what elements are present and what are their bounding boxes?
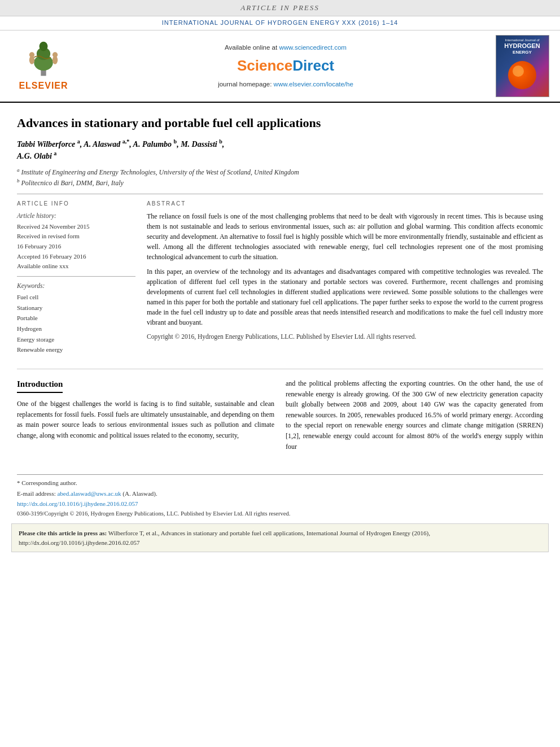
received-date: Received 24 November 2015	[17, 222, 135, 232]
article-in-press-banner: ARTICLE IN PRESS	[0, 0, 560, 16]
introduction-left-text: One of the biggest challenges the world …	[17, 399, 274, 440]
issn-line: 0360-3199/Copyright © 2016, Hydrogen Ene…	[17, 510, 543, 518]
abstract-column: ABSTRACT The reliance on fossil fuels is…	[147, 200, 543, 360]
introduction-right: and the political problems affecting the…	[286, 378, 543, 452]
journal-cover-graphic	[508, 61, 536, 89]
sciencedirect-url[interactable]: www.sciencedirect.com	[279, 44, 347, 51]
svg-point-3	[40, 42, 48, 51]
article-title: Advances in stationary and portable fuel…	[17, 115, 543, 132]
received-revised-date: 16 February 2016	[17, 242, 135, 252]
citation-box: Please cite this article in press as: Wi…	[11, 523, 549, 552]
elsevier-logo: ELSEVIER	[19, 39, 68, 92]
elsevier-text: ELSEVIER	[19, 80, 68, 92]
keywords-section: Keywords: Fuel cell Stationary Portable …	[17, 281, 135, 355]
keyword-stationary: Stationary	[17, 303, 135, 313]
introduction-left: Introduction One of the biggest challeng…	[17, 378, 274, 452]
sciencedirect-info: Available online at www.sciencedirect.co…	[86, 35, 485, 97]
journal-homepage: journal homepage: www.elsevier.com/locat…	[218, 80, 353, 89]
received-revised-label: Received in revised form	[17, 231, 135, 242]
section-separator	[17, 369, 543, 369]
elsevier-tree-icon	[21, 39, 66, 78]
introduction-section: Introduction One of the biggest challeng…	[17, 378, 543, 463]
svg-point-5	[29, 53, 34, 58]
svg-point-7	[53, 53, 58, 58]
keyword-energy-storage: Energy storage	[17, 334, 135, 345]
sciencedirect-logo: ScienceDirect	[237, 55, 334, 76]
science-text: Science	[237, 57, 292, 74]
available-online: Available online xxx	[17, 261, 135, 272]
keyword-fuel-cell: Fuel cell	[17, 292, 135, 303]
keyword-hydrogen: Hydrogen	[17, 324, 135, 334]
keyword-portable: Portable	[17, 313, 135, 324]
elsevier-logo-area: ELSEVIER	[7, 35, 80, 97]
keyword-renewable-energy: Renewable energy	[17, 344, 135, 355]
accepted-date: Accepted 16 February 2016	[17, 252, 135, 262]
article-info-column: ARTICLE INFO Article history: Received 2…	[17, 200, 135, 360]
journal-cover-area: International Journal of HYDROGEN ENERGY	[491, 35, 553, 97]
journal-homepage-url[interactable]: www.elsevier.com/locate/he	[274, 81, 353, 88]
corresponding-author-note: * Corresponding author.	[17, 478, 543, 488]
affiliations: a Institute of Engineering and Energy Te…	[17, 167, 543, 188]
direct-text: Direct	[292, 57, 334, 74]
abstract-paragraph-2: In this paper, an overview of the techno…	[147, 267, 543, 327]
divider-affiliations	[17, 194, 543, 194]
main-content: Advances in stationary and portable fuel…	[0, 103, 560, 469]
journal-header: ELSEVIER Available online at www.science…	[0, 30, 560, 103]
article-history: Article history: Received 24 November 20…	[17, 211, 135, 272]
journal-title-bar: INTERNATIONAL JOURNAL OF HYDROGEN ENERGY…	[0, 16, 560, 30]
abstract-copyright: Copyright © 2016, Hydrogen Energy Public…	[147, 332, 543, 342]
email-link[interactable]: abed.alaswad@uws.ac.uk	[57, 490, 121, 497]
divider-keywords	[17, 276, 135, 277]
journal-cover-image: International Journal of HYDROGEN ENERGY	[496, 35, 549, 97]
article-info-abstract: ARTICLE INFO Article history: Received 2…	[17, 200, 543, 360]
abstract-body: The reliance on fossil fuels is one of t…	[147, 211, 543, 342]
doi-link[interactable]: http://dx.doi.org/10.1016/j.ijhydene.201…	[17, 500, 138, 507]
abstract-paragraph-1: The reliance on fossil fuels is one of t…	[147, 211, 543, 262]
introduction-right-text: and the political problems affecting the…	[286, 378, 543, 452]
keywords-label: Keywords:	[17, 281, 135, 290]
article-info-heading: ARTICLE INFO	[17, 200, 135, 208]
abstract-heading: ABSTRACT	[147, 200, 543, 208]
email-note: E-mail address: abed.alaswad@uws.ac.uk (…	[17, 489, 543, 499]
doi-note: http://dx.doi.org/10.1016/j.ijhydene.201…	[17, 499, 543, 509]
journal-cover-title: International Journal of HYDROGEN ENERGY	[504, 38, 540, 55]
introduction-heading: Introduction	[17, 378, 63, 393]
footnotes-area: * Corresponding author. E-mail address: …	[17, 474, 543, 518]
available-online-text: Available online at www.sciencedirect.co…	[225, 43, 347, 52]
history-label: Article history:	[17, 211, 135, 220]
authors: Tabbi Wilberforce a, A. Alaswad a,*, A. …	[17, 138, 543, 162]
authors-text: Tabbi Wilberforce a, A. Alaswad a,*, A. …	[17, 140, 224, 160]
